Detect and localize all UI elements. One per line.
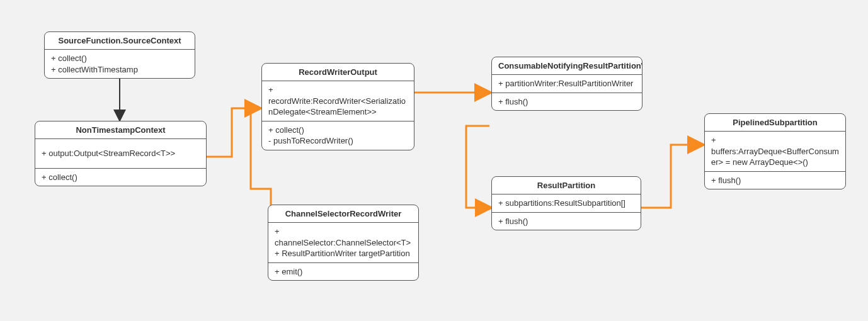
class-source-context: SourceFunction.SourceContext + collect()… (44, 31, 195, 79)
class-title: RecordWriterOutput (262, 64, 414, 81)
class-members: + partitionWriter:ResultPartitionWriter (492, 75, 642, 93)
class-pipelined-subpartition: PipelinedSubpartition + buffers:ArrayDeq… (704, 113, 846, 189)
class-members: + channelSelector:ChannelSelector<T>+ Re… (268, 223, 418, 263)
class-methods: + flush() (492, 213, 641, 230)
class-members: + output:Output<StreamRecord<T>> (35, 139, 206, 169)
class-members: + buffers:ArrayDeque<BufferConsumer> = n… (705, 132, 845, 172)
class-members: + subpartitions:ResultSubpartition[] (492, 194, 641, 213)
class-methods: + flush() (705, 172, 845, 189)
class-methods: + collect() (35, 169, 206, 186)
class-result-partition: ResultPartition + subpartitions:ResultSu… (491, 176, 641, 230)
class-channel-selector-record-writer: ChannelSelectorRecordWriter + channelSel… (268, 205, 419, 281)
class-members: + collect()+ collectWithTimestamp (45, 50, 195, 78)
class-title: ConsumableNotifyingResultPartitionWriter… (492, 57, 642, 75)
class-members: + recordWrite:RecordWriter<Serialization… (262, 81, 414, 121)
class-consumable-decorator: ConsumableNotifyingResultPartitionWriter… (491, 57, 642, 111)
class-title: SourceFunction.SourceContext (45, 32, 195, 50)
class-title: NonTimestampContext (35, 121, 206, 139)
class-methods: + emit() (268, 263, 418, 281)
class-record-writer-output: RecordWriterOutput + recordWrite:RecordW… (261, 63, 414, 150)
class-methods: + collect()- pushToRecordWriter() (262, 121, 414, 150)
class-title: PipelinedSubpartition (705, 114, 845, 132)
class-non-timestamp-context: NonTimestampContext + output:Output<Stre… (35, 121, 207, 186)
class-methods: + flush() (492, 93, 642, 111)
class-title: ChannelSelectorRecordWriter (268, 205, 418, 223)
class-title: ResultPartition (492, 177, 641, 194)
